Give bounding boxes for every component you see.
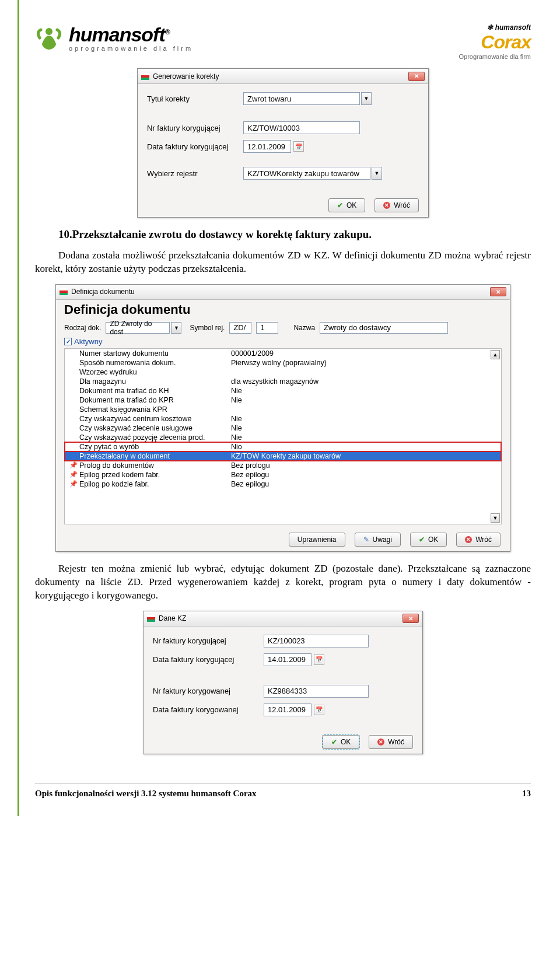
input-data-faktury[interactable]: 12.01.2009 [243, 140, 291, 153]
page-number: 13 [522, 789, 531, 799]
close-button[interactable]: ✕ [490, 287, 506, 296]
dropdown-arrow-icon[interactable]: ▼ [372, 167, 382, 180]
ok-button[interactable]: ✔OK [328, 198, 365, 212]
calendar-icon[interactable]: 📅 [314, 654, 324, 665]
dialog-heading: Definicja dokumentu [56, 300, 510, 318]
property-key: Czy wskazywać centrum kosztowe [79, 415, 231, 423]
dialog-definicja-dokumentu: Definicja dokumentu ✕ Definicja dokument… [55, 284, 510, 552]
input-rejestr[interactable]: KZ/TOWKorekty zakupu towarów [243, 167, 370, 180]
dropdown-arrow-icon[interactable]: ▼ [171, 322, 181, 334]
calendar-icon[interactable]: 📅 [293, 141, 304, 152]
ok-button[interactable]: ✔OK [410, 533, 447, 547]
ok-button[interactable]: ✔OK [323, 735, 359, 749]
corax-tagline: Oprogramowanie dla firm [459, 53, 531, 60]
property-row[interactable]: Dla magazynudla wszystkich magazynów [65, 377, 501, 386]
uprawnienia-button[interactable]: Uprawnienia [289, 533, 345, 547]
uwagi-button[interactable]: ✎Uwagi [355, 533, 401, 547]
property-row[interactable]: Czy wskazywać zlecenie usługoweNie [65, 424, 501, 433]
property-value: Nie [231, 424, 242, 432]
properties-list[interactable]: ▲ Numer startowy dokumentu000001/2009Spo… [64, 348, 502, 524]
property-value: Nie [231, 433, 242, 442]
property-row[interactable]: Schemat księgowania KPR [65, 405, 501, 414]
input-nr-faktury[interactable]: KZ/TOW/10003 [243, 121, 360, 134]
property-row[interactable]: Czy pytać o wyróbNio [65, 442, 501, 452]
label-tytul: Tytuł korekty [147, 94, 243, 103]
input-d1[interactable]: 14.01.2009 [264, 653, 312, 666]
label-nazwa: Nazwa [293, 324, 315, 332]
logo-icon [35, 24, 63, 52]
input-nr1[interactable]: KZ/100023 [264, 635, 369, 648]
label-data-faktury: Data faktury korygującej [147, 142, 243, 151]
label-aktywny: Aktywny [74, 337, 102, 346]
label-d2: Data faktury korygowanej [153, 705, 264, 714]
brand-name: humansoft® [69, 23, 193, 46]
property-value: Nie [231, 415, 242, 423]
property-row[interactable]: Wzorzec wydruku [65, 368, 501, 377]
dialog-titlebar: Generowanie korekty ✕ [138, 69, 428, 84]
close-button[interactable]: ✕ [408, 72, 425, 81]
label-nr2: Nr faktury korygowanej [153, 687, 264, 695]
svg-point-0 [46, 28, 52, 35]
property-value: Nio [231, 443, 242, 451]
property-row[interactable]: Numer startowy dokumentu000001/2009 [65, 349, 501, 358]
input-rodzaj[interactable]: ZD Zwroty do dost [106, 322, 170, 334]
app-icon [60, 288, 68, 295]
property-row[interactable]: 📌Epilog przed kodem fabr.Bez epilogu [65, 470, 501, 480]
brand-tagline: oprogramowanie dla firm [69, 45, 193, 52]
dialog-title-text: Dane KZ [159, 614, 186, 622]
input-symbol-prefix[interactable]: ZD/ [229, 322, 251, 334]
label-rejestr: Wybierz rejestr [147, 169, 243, 178]
property-row[interactable]: Przekształcany w dokumentKZ/TOW Korekty … [65, 452, 501, 461]
property-value: 000001/2009 [231, 349, 274, 358]
property-row[interactable]: 📌Prolog do dokumentówBez prologu [65, 461, 501, 470]
label-rodzaj: Rodzaj dok. [64, 324, 101, 332]
label-d1: Data faktury korygującej [153, 655, 264, 664]
logo-corax: ✻ humansoft Corax Oprogramowanie dla fir… [459, 23, 531, 60]
input-nr2[interactable]: KZ9884333 [264, 685, 369, 698]
app-icon [147, 615, 155, 622]
back-button[interactable]: ✕Wróć [374, 198, 419, 212]
label-nr-faktury: Nr faktury korygującej [147, 124, 243, 132]
input-tytul[interactable]: Zwrot towaru [243, 92, 360, 105]
scroll-up-icon[interactable]: ▲ [491, 350, 500, 359]
property-key: Wzorzec wydruku [79, 368, 231, 376]
property-row[interactable]: 📌Epilog po kodzie fabr.Bez epilogu [65, 480, 501, 489]
property-key: Czy wskazywać zlecenie usługowe [79, 424, 231, 432]
property-row[interactable]: Czy wskazywać centrum kosztoweNie [65, 414, 501, 424]
property-row[interactable]: Czy wskazywać pozycję zlecenia prod.Nie [65, 433, 501, 442]
input-symbol-num[interactable]: 1 [256, 322, 278, 334]
close-button[interactable]: ✕ [402, 614, 419, 623]
property-value: Bez prologu [231, 461, 270, 470]
dialog-title-text: Definicja dokumentu [71, 288, 135, 296]
dialog-generowanie-korekty: Generowanie korekty ✕ Tytuł korekty Zwro… [137, 68, 429, 218]
property-value: Nie [231, 387, 242, 395]
property-row[interactable]: Dokument ma trafiać do KPRNie [65, 396, 501, 405]
dialog-title-text: Generowanie korekty [153, 72, 219, 80]
property-key: Dokument ma trafiać do KPR [79, 396, 231, 404]
app-icon [141, 73, 149, 80]
logo-humansoft: humansoft® oprogramowanie dla firm [35, 23, 193, 52]
input-d2[interactable]: 12.01.2009 [264, 704, 312, 716]
property-value: dla wszystkich magazynów [231, 377, 318, 386]
property-key: Czy pytać o wyrób [79, 443, 231, 451]
calendar-icon[interactable]: 📅 [314, 705, 324, 715]
checkbox-aktywny[interactable]: ✓ [64, 338, 72, 345]
dialog-titlebar: Definicja dokumentu ✕ [56, 285, 510, 300]
dropdown-arrow-icon[interactable]: ▼ [361, 92, 372, 105]
dialog-titlebar: Dane KZ ✕ [144, 611, 422, 626]
dialog-dane-kz: Dane KZ ✕ Nr faktury korygującejKZ/10002… [143, 611, 423, 754]
back-button[interactable]: ✕Wróć [369, 735, 413, 749]
property-key: Prolog do dokumentów [79, 461, 231, 470]
back-button[interactable]: ✕Wróć [456, 533, 501, 547]
input-nazwa[interactable]: Zwroty do dostawcy [320, 322, 448, 334]
property-row[interactable]: Sposób numerowania dokum.Pierwszy wolny … [65, 358, 501, 368]
property-key: Sposób numerowania dokum. [79, 359, 231, 367]
property-value: Bez epilogu [231, 480, 269, 488]
property-key: Epilog przed kodem fabr. [79, 471, 231, 479]
property-key: Dokument ma trafiać do KH [79, 387, 231, 395]
page-accent-bar [18, 0, 19, 816]
footer-text: Opis funkcjonalności wersji 3.12 systemu… [35, 789, 257, 799]
scroll-down-icon[interactable]: ▼ [491, 513, 500, 523]
property-row[interactable]: Dokument ma trafiać do KHNie [65, 386, 501, 396]
page-footer: Opis funkcjonalności wersji 3.12 systemu… [35, 783, 531, 816]
